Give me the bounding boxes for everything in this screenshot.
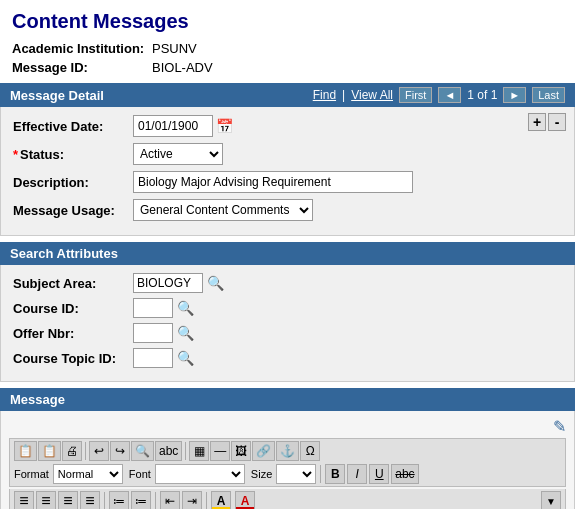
subject-area-label: Subject Area: (13, 276, 133, 291)
search-attributes-body: Subject Area: 🔍 Course ID: 🔍 Offer Nbr: … (0, 265, 575, 382)
add-row-button[interactable]: + (528, 113, 546, 131)
bold-button[interactable]: B (325, 464, 345, 484)
message-detail-title: Message Detail (10, 88, 104, 103)
tb-paste-icon[interactable]: 📋 (38, 441, 61, 461)
search-attributes-title: Search Attributes (10, 246, 118, 261)
align-right-button[interactable]: ≡ (58, 491, 78, 509)
font-select[interactable]: Arial Times New Roman (155, 464, 245, 484)
message-section-body: ✎ 📋 📋 🖨 ↩ ↪ 🔍 abc ▦ — 🖼 🔗 ⚓ Ω (0, 411, 575, 509)
effective-date-label: Effective Date: (13, 119, 133, 134)
ordered-list-button[interactable]: ≔ (131, 491, 151, 509)
tb-special-char-icon[interactable]: Ω (300, 441, 320, 461)
tb-undo-icon[interactable]: ↩ (89, 441, 109, 461)
indent-button[interactable]: ⇥ (182, 491, 202, 509)
tb-spell-icon[interactable]: abc (155, 441, 182, 461)
outdent-button[interactable]: ⇤ (160, 491, 180, 509)
find-link[interactable]: Find (313, 88, 336, 102)
message-detail-header: Message Detail Find | View All First ◄ 1… (0, 83, 575, 107)
remove-row-button[interactable]: - (548, 113, 566, 131)
tb-link-icon[interactable]: 🔗 (252, 441, 275, 461)
tb-copy-icon[interactable]: 📋 (14, 441, 37, 461)
tb-find-icon[interactable]: 🔍 (131, 441, 154, 461)
offer-nbr-search-icon[interactable]: 🔍 (177, 325, 194, 341)
first-button[interactable]: First (399, 87, 432, 103)
institution-label: Academic Institution: (12, 41, 152, 56)
prev-button[interactable]: ◄ (438, 87, 461, 103)
message-section-header: Message (0, 388, 575, 411)
description-label: Description: (13, 175, 133, 190)
edit-icon[interactable]: ✎ (553, 417, 566, 436)
underline-button[interactable]: U (369, 464, 389, 484)
status-label: Status: (13, 147, 133, 162)
font-color-button[interactable]: A (211, 491, 231, 509)
bg-color-button[interactable]: A (235, 491, 255, 509)
strikethrough-button[interactable]: abc (391, 464, 418, 484)
page-title: Content Messages (0, 0, 575, 39)
offer-nbr-label: Offer Nbr: (13, 326, 133, 341)
description-input[interactable] (133, 171, 413, 193)
search-attributes-header: Search Attributes (0, 242, 575, 265)
subject-area-input[interactable] (133, 273, 203, 293)
course-id-search-icon[interactable]: 🔍 (177, 300, 194, 316)
message-id-label: Message ID: (12, 60, 152, 75)
tb-hr-icon[interactable]: — (210, 441, 230, 461)
message-section-title: Message (10, 392, 65, 407)
message-usage-label: Message Usage: (13, 203, 133, 218)
offer-nbr-input[interactable] (133, 323, 173, 343)
effective-date-input[interactable] (133, 115, 213, 137)
align-left-button[interactable]: ≡ (14, 491, 34, 509)
align-justify-button[interactable]: ≡ (80, 491, 100, 509)
view-all-link[interactable]: View All (351, 88, 393, 102)
message-usage-select[interactable]: General Content Comments Course Comments (133, 199, 313, 221)
tb-table-icon[interactable]: ▦ (189, 441, 209, 461)
size-select[interactable]: 10 12 14 (276, 464, 316, 484)
scroll-down-button[interactable]: ▼ (541, 491, 561, 509)
nav-info: 1 of 1 (467, 88, 497, 102)
font-label: Font (129, 468, 151, 480)
size-label: Size (251, 468, 272, 480)
format-label: Format (14, 468, 49, 480)
tb-image-icon[interactable]: 🖼 (231, 441, 251, 461)
last-button[interactable]: Last (532, 87, 565, 103)
align-center-button[interactable]: ≡ (36, 491, 56, 509)
course-topic-id-input[interactable] (133, 348, 173, 368)
institution-value: PSUNV (152, 41, 197, 56)
tb-print-icon[interactable]: 🖨 (62, 441, 82, 461)
subject-area-search-icon[interactable]: 🔍 (207, 275, 224, 291)
message-id-value: BIOL-ADV (152, 60, 213, 75)
course-topic-id-label: Course Topic ID: (13, 351, 133, 366)
status-select[interactable]: Active Inactive (133, 143, 223, 165)
next-button[interactable]: ► (503, 87, 526, 103)
calendar-icon[interactable]: 📅 (216, 118, 233, 134)
course-id-input[interactable] (133, 298, 173, 318)
tb-redo-icon[interactable]: ↪ (110, 441, 130, 461)
italic-button[interactable]: I (347, 464, 367, 484)
tb-anchor-icon[interactable]: ⚓ (276, 441, 299, 461)
unordered-list-button[interactable]: ≔ (109, 491, 129, 509)
course-topic-id-search-icon[interactable]: 🔍 (177, 350, 194, 366)
message-detail-body: + - Effective Date: 📅 Status: Active Ina… (0, 107, 575, 236)
format-select[interactable]: Normal Heading 1 (53, 464, 123, 484)
course-id-label: Course ID: (13, 301, 133, 316)
